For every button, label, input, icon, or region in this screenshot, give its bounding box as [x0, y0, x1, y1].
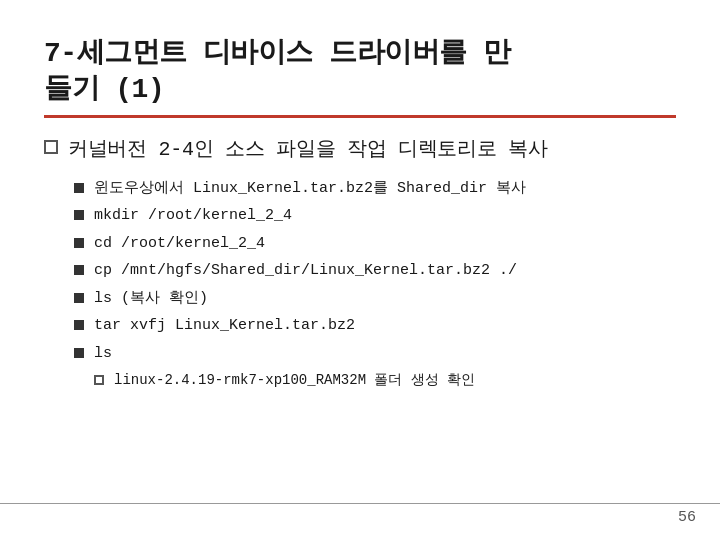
filled-bullet-icon	[74, 265, 84, 275]
list-item: ls	[74, 343, 676, 366]
title-line1: 7-세그먼트 디바이스 드라이버를 만	[44, 38, 511, 69]
sub-sub-text: linux-2.4.19-rmk7-xp100_RAM32M 폴더 생성 확인	[114, 370, 475, 391]
bottom-divider	[0, 503, 720, 505]
filled-bullet-icon	[74, 293, 84, 303]
page-number: 56	[678, 509, 696, 526]
list-item: mkdir /root/kernel_2_4	[74, 205, 676, 228]
list-item: tar xvfj Linux_Kernel.tar.bz2	[74, 315, 676, 338]
list-item: 윈도우상에서 Linux_Kernel.tar.bz2를 Shared_dir …	[74, 178, 676, 201]
sub-sub-item: linux-2.4.19-rmk7-xp100_RAM32M 폴더 생성 확인	[94, 370, 676, 391]
filled-bullet-icon	[74, 320, 84, 330]
title-line2: 들기 (1)	[44, 74, 164, 105]
sub-item-text: mkdir /root/kernel_2_4	[94, 205, 292, 228]
main-bullet-icon	[44, 140, 58, 154]
filled-bullet-icon	[74, 348, 84, 358]
slide-title: 7-세그먼트 디바이스 드라이버를 만 들기 (1)	[44, 36, 676, 109]
title-underline	[44, 115, 676, 118]
sub-item-text: cd /root/kernel_2_4	[94, 233, 265, 256]
main-point-text: 커널버전 2-4인 소스 파일을 작업 디렉토리로 복사	[68, 136, 548, 164]
filled-bullet-icon	[74, 183, 84, 193]
filled-bullet-icon	[74, 238, 84, 248]
filled-bullet-icon	[74, 210, 84, 220]
slide: 7-세그먼트 디바이스 드라이버를 만 들기 (1) 커널버전 2-4인 소스 …	[0, 0, 720, 540]
list-item: cp /mnt/hgfs/Shared_dir/Linux_Kernel.tar…	[74, 260, 676, 283]
main-point: 커널버전 2-4인 소스 파일을 작업 디렉토리로 복사	[44, 136, 676, 164]
sub-item-text: cp /mnt/hgfs/Shared_dir/Linux_Kernel.tar…	[94, 260, 517, 283]
sub-item-text: ls	[94, 343, 112, 366]
list-item: ls (복사 확인)	[74, 288, 676, 311]
sub-item-text: ls (복사 확인)	[94, 288, 208, 311]
sub-item-text: tar xvfj Linux_Kernel.tar.bz2	[94, 315, 355, 338]
list-item: cd /root/kernel_2_4	[74, 233, 676, 256]
sub-list: 윈도우상에서 Linux_Kernel.tar.bz2를 Shared_dir …	[74, 178, 676, 392]
sub-sub-bullet-icon	[94, 375, 104, 385]
sub-item-text: 윈도우상에서 Linux_Kernel.tar.bz2를 Shared_dir …	[94, 178, 526, 201]
